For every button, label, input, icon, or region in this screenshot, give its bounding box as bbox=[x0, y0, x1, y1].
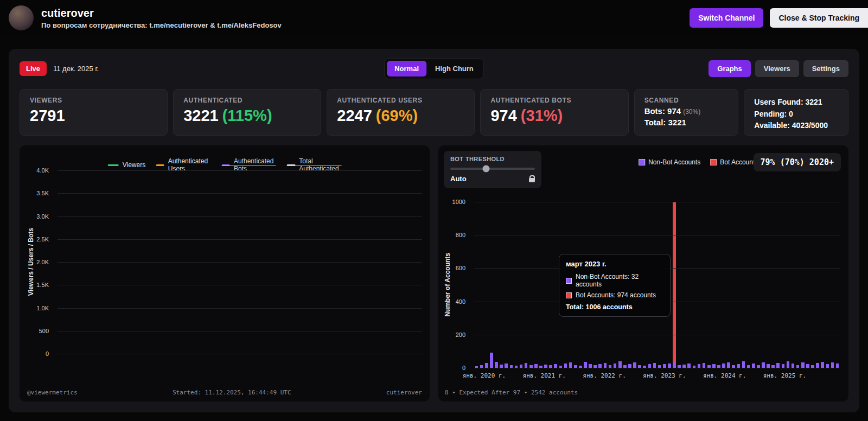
bar-2025-10[interactable] bbox=[825, 202, 830, 368]
tooltip-swatch bbox=[566, 278, 572, 284]
bar-2024-03[interactable] bbox=[731, 202, 736, 368]
header-actions: Switch Channel Close & Stop Tracking bbox=[690, 8, 868, 28]
bar-2024-11[interactable] bbox=[771, 202, 776, 368]
bar-2024-05[interactable] bbox=[741, 202, 746, 368]
stream-date: 11 дек. 2025 г. bbox=[53, 65, 99, 73]
bar-2025-12[interactable] bbox=[835, 202, 840, 368]
x-tick-label: янв. 2022 г. bbox=[583, 372, 626, 379]
gridline bbox=[58, 193, 422, 194]
bar-2023-03[interactable] bbox=[672, 202, 676, 368]
bar-2023-04[interactable] bbox=[676, 202, 681, 368]
bar-2025-09[interactable] bbox=[820, 202, 825, 368]
legend-swatch bbox=[639, 159, 645, 165]
bar-2025-03[interactable] bbox=[790, 202, 795, 368]
bar-2020-09[interactable] bbox=[524, 202, 528, 368]
bar-2020-03[interactable] bbox=[494, 202, 499, 368]
x-tick-label: янв. 2025 г. bbox=[763, 372, 806, 379]
normal-mode-button[interactable]: Normal bbox=[387, 61, 426, 76]
tooltip-rows: Non-Bot Accounts: 32 accountsBot Account… bbox=[566, 273, 663, 299]
stat-label: AUTHENTICATED BOTS bbox=[490, 97, 618, 104]
legend-swatch bbox=[287, 164, 295, 166]
bar-2024-02[interactable] bbox=[726, 202, 731, 368]
bar-2024-08[interactable] bbox=[756, 202, 761, 368]
bar-2021-01[interactable] bbox=[544, 202, 548, 368]
tooltip-text: Bot Accounts: 974 accounts bbox=[576, 291, 656, 299]
percentage-badge: 79% (70%) 2020+ bbox=[754, 153, 841, 171]
y-tick-label: 400 bbox=[456, 298, 465, 305]
gridline bbox=[474, 335, 840, 335]
bar-2023-11[interactable] bbox=[711, 202, 716, 368]
bar-2024-12[interactable] bbox=[776, 202, 781, 368]
bar-2025-11[interactable] bbox=[830, 202, 835, 368]
bar-2021-02[interactable] bbox=[548, 202, 553, 368]
bar-2020-05[interactable] bbox=[504, 202, 509, 368]
bar-2020-04[interactable] bbox=[499, 202, 504, 368]
bot-threshold-label: BOT THRESHOLD bbox=[450, 156, 535, 162]
bar-2025-07[interactable] bbox=[810, 202, 815, 368]
y-tick-label: 0 bbox=[462, 365, 465, 371]
bar-2025-01[interactable] bbox=[781, 202, 786, 368]
controls-row: Live 11 дек. 2025 г. Normal High Churn G… bbox=[20, 59, 848, 78]
y-tick-label: 2.5K bbox=[36, 236, 49, 243]
bar-2025-02[interactable] bbox=[786, 202, 790, 368]
bar-2024-04[interactable] bbox=[736, 202, 741, 368]
legend-item[interactable]: Viewers bbox=[108, 161, 145, 169]
bot-threshold-box: BOT THRESHOLD Auto bbox=[444, 151, 541, 188]
live-badge: Live bbox=[20, 61, 47, 76]
bar-2024-01[interactable] bbox=[721, 202, 726, 368]
bar-2019-11[interactable] bbox=[474, 202, 479, 368]
bar-2023-06[interactable] bbox=[687, 202, 692, 368]
gridline bbox=[58, 331, 422, 331]
bar-2023-10[interactable] bbox=[706, 202, 711, 368]
bot-threshold-slider[interactable] bbox=[450, 168, 535, 170]
gridline bbox=[58, 285, 422, 285]
stat-label: AUTHENTICATED USERS bbox=[337, 97, 464, 104]
bar-2020-01[interactable] bbox=[484, 202, 489, 368]
x-tick-label: янв. 2024 г. bbox=[703, 372, 746, 379]
legend-item[interactable]: Non-Bot Accounts bbox=[639, 158, 700, 166]
switch-channel-button[interactable]: Switch Channel bbox=[690, 8, 763, 28]
bar-2020-08[interactable] bbox=[519, 202, 524, 368]
y-tick-label: 0 bbox=[46, 350, 49, 357]
stat-label: VIEWERS bbox=[30, 97, 157, 104]
lock-icon[interactable] bbox=[529, 178, 535, 182]
bar-2020-06[interactable] bbox=[509, 202, 514, 368]
bar-2023-07[interactable] bbox=[692, 202, 697, 368]
tooltip-row: Non-Bot Accounts: 32 accounts bbox=[566, 273, 663, 288]
scanned-total-line: Total: 3221 bbox=[644, 118, 729, 127]
bar-2020-11[interactable] bbox=[533, 202, 538, 368]
started-timestamp: Started: 11.12.2025, 16:44:49 UTC bbox=[173, 389, 291, 396]
bar-2023-05[interactable] bbox=[682, 202, 687, 368]
tab-viewers[interactable]: Viewers bbox=[755, 60, 799, 77]
bar-2020-07[interactable] bbox=[514, 202, 519, 368]
bar-2024-07[interactable] bbox=[751, 202, 756, 368]
users-found-line: Users Found: 3221 bbox=[754, 97, 838, 109]
bar-2021-03[interactable] bbox=[553, 202, 558, 368]
y-tick-label: 4.0K bbox=[36, 167, 49, 174]
bar-2024-09[interactable] bbox=[761, 202, 765, 368]
tab-graphs[interactable]: Graphs bbox=[709, 60, 751, 77]
slider-thumb[interactable] bbox=[482, 165, 489, 173]
bar-2019-12[interactable] bbox=[479, 202, 484, 368]
tab-settings[interactable]: Settings bbox=[803, 60, 848, 77]
bar-2025-08[interactable] bbox=[815, 202, 820, 368]
bar-2023-12[interactable] bbox=[716, 202, 721, 368]
bar-2025-06[interactable] bbox=[805, 202, 810, 368]
bar-2025-05[interactable] bbox=[800, 202, 805, 368]
bar-2024-06[interactable] bbox=[746, 202, 751, 368]
high-churn-mode-button[interactable]: High Churn bbox=[427, 61, 481, 76]
bar-2020-12[interactable] bbox=[538, 202, 543, 368]
legend-swatch bbox=[108, 164, 119, 166]
stat-card-quota: Users Found: 3221 Pending: 0 Available: … bbox=[744, 89, 848, 136]
y-tick-label: 1.0K bbox=[36, 305, 49, 311]
bar-2020-10[interactable] bbox=[528, 202, 533, 368]
bar-2023-09[interactable] bbox=[701, 202, 706, 368]
legend-item[interactable]: Bot Accounts bbox=[710, 158, 758, 166]
bar-2023-08[interactable] bbox=[697, 202, 701, 368]
right-chart-yticks: 10008006004002000 bbox=[438, 202, 470, 368]
bar-2025-04[interactable] bbox=[795, 202, 800, 368]
bar-2024-10[interactable] bbox=[765, 202, 770, 368]
close-stop-tracking-button[interactable]: Close & Stop Tracking bbox=[770, 8, 868, 28]
x-tick-label: янв. 2021 г. bbox=[523, 372, 566, 379]
bar-2020-02[interactable] bbox=[489, 202, 494, 368]
